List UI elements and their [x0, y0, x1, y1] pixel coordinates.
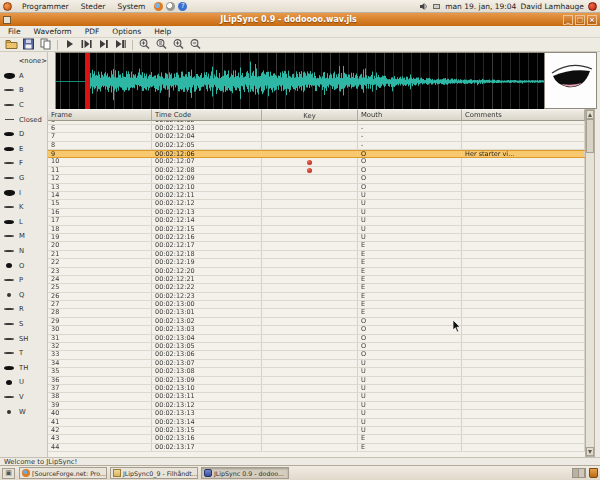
evolution-launcher-icon[interactable]: [166, 2, 175, 11]
mouth-item-k[interactable]: K: [0, 200, 47, 215]
table-row[interactable]: 2500:02:12:22E: [48, 284, 585, 292]
mouth-item-s[interactable]: S: [0, 317, 47, 332]
table-row[interactable]: 2200:02:12:19E: [48, 259, 585, 267]
mouth-item-v[interactable]: V: [0, 390, 47, 405]
mouth-item-g[interactable]: G: [0, 171, 47, 186]
close-button[interactable]: ×: [587, 15, 597, 25]
table-row[interactable]: 4100:02:13:14U: [48, 419, 585, 427]
table-row[interactable]: 3900:02:13:12U: [48, 402, 585, 410]
table-row[interactable]: 2300:02:12:20E: [48, 268, 585, 276]
table-row[interactable]: 3200:02:13:05O: [48, 343, 585, 351]
table-row[interactable]: 1600:02:12:13U: [48, 209, 585, 217]
mouth-item-th[interactable]: TH: [0, 360, 47, 375]
table-row[interactable]: 700:02:12:04-: [48, 133, 585, 141]
waveform-panel[interactable]: [55, 52, 545, 111]
copy-button[interactable]: [37, 38, 54, 51]
play-range-button[interactable]: [78, 38, 95, 51]
table-row[interactable]: 1900:02:12:16U: [48, 234, 585, 242]
table-row[interactable]: 2700:02:13:00E: [48, 301, 585, 309]
table-row[interactable]: 2800:02:13:01E: [48, 309, 585, 317]
column-header-key[interactable]: Key: [262, 109, 358, 121]
minimize-button[interactable]: _: [563, 15, 573, 25]
mouth-item-i[interactable]: I: [0, 185, 47, 200]
table-row[interactable]: 2900:02:13:02O: [48, 318, 585, 326]
table-row[interactable]: 3800:02:13:11U: [48, 393, 585, 401]
table-row[interactable]: 2000:02:12:17E: [48, 242, 585, 250]
mouth-item-a[interactable]: A: [0, 69, 47, 84]
maximize-button[interactable]: □: [575, 15, 585, 25]
table-row[interactable]: 3600:02:13:09U: [48, 377, 585, 385]
table-row[interactable]: 4400:02:13:17E: [48, 444, 585, 452]
column-header-mouth[interactable]: Mouth: [358, 109, 462, 121]
table-row[interactable]: 2100:02:12:18E: [48, 251, 585, 259]
save-button[interactable]: [20, 38, 37, 51]
table-row[interactable]: 1500:02:12:12U: [48, 200, 585, 208]
scroll-up-arrow-icon[interactable]: [586, 110, 594, 119]
waveform-canvas[interactable]: [56, 53, 544, 110]
mouth-item-closed[interactable]: Closed: [0, 112, 47, 127]
taskbar-task[interactable]: JLipSync 0.9 - dodoo...: [201, 467, 289, 479]
zoom-out-button[interactable]: [187, 38, 204, 51]
go-to-end-button[interactable]: [112, 38, 129, 51]
logout-icon[interactable]: [588, 2, 597, 11]
volume-icon[interactable]: [419, 2, 428, 11]
zoom-in-alt-button[interactable]: [170, 38, 187, 51]
table-row[interactable]: 3000:02:13:03O: [48, 326, 585, 334]
table-row[interactable]: 3500:02:13:08U: [48, 368, 585, 376]
table-row[interactable]: 4000:02:13:13U: [48, 410, 585, 418]
mouth-item-d[interactable]: D: [0, 127, 47, 142]
mouth-item-none[interactable]: <none>: [0, 54, 47, 69]
mouth-item-sh[interactable]: SH: [0, 331, 47, 346]
table-row[interactable]: 900:02:12:06OHer starter vi...: [48, 150, 585, 158]
table-row[interactable]: 4300:02:13:16E: [48, 435, 585, 443]
table-row[interactable]: 1800:02:12:15U: [48, 226, 585, 234]
play-button[interactable]: [61, 38, 78, 51]
panel-clock[interactable]: man 19. jan, 19:04: [445, 2, 516, 11]
help-launcher-icon[interactable]: ?: [178, 2, 187, 11]
workspace-switcher[interactable]: [572, 468, 586, 478]
mouth-item-w[interactable]: W: [0, 404, 47, 419]
panel-menu-system[interactable]: System: [111, 2, 151, 11]
mouth-item-m[interactable]: M: [0, 229, 47, 244]
zoom-selection-button[interactable]: [153, 38, 170, 51]
taskbar-task[interactable]: [SourceForge.net: Pro...: [19, 467, 107, 479]
firefox-launcher-icon[interactable]: [154, 2, 163, 11]
column-header-comments[interactable]: Comments: [462, 109, 585, 121]
mouth-item-e[interactable]: E: [0, 142, 47, 157]
mouth-item-u[interactable]: U: [0, 375, 47, 390]
table-row[interactable]: 2400:02:12:21E: [48, 276, 585, 284]
mouth-item-r[interactable]: R: [0, 302, 47, 317]
table-row[interactable]: 3300:02:13:06O: [48, 351, 585, 359]
mouth-item-o[interactable]: O: [0, 258, 47, 273]
table-row[interactable]: 600:02:12:03-: [48, 125, 585, 133]
mouth-item-f[interactable]: F: [0, 156, 47, 171]
table-row[interactable]: 3100:02:13:04O: [48, 335, 585, 343]
table-row[interactable]: 1300:02:12:10O: [48, 184, 585, 192]
table-row[interactable]: 800:02:12:05-: [48, 142, 585, 150]
mouth-item-l[interactable]: L: [0, 215, 47, 230]
table-row[interactable]: 1200:02:12:09O: [48, 175, 585, 183]
table-row[interactable]: 1000:02:12:07O: [48, 158, 585, 166]
mouth-item-b[interactable]: B: [0, 83, 47, 98]
step-forward-button[interactable]: [95, 38, 112, 51]
open-button[interactable]: [3, 38, 20, 51]
table-row[interactable]: 3700:02:13:10U: [48, 385, 585, 393]
panel-username[interactable]: David Lamhauge: [520, 2, 584, 11]
column-header-frame[interactable]: Frame: [48, 109, 152, 121]
mouth-item-n[interactable]: N: [0, 244, 47, 259]
mouth-item-c[interactable]: C: [0, 98, 47, 113]
table-row[interactable]: 2600:02:12:23E: [48, 293, 585, 301]
table-row[interactable]: 1100:02:12:08O: [48, 167, 585, 175]
show-desktop-button[interactable]: ▣: [2, 468, 15, 479]
mouth-item-p[interactable]: P: [0, 273, 47, 288]
mouth-item-q[interactable]: Q: [0, 288, 47, 303]
window-titlebar[interactable]: JLipSync 0.9 - dodoooo.wav.jls _□×: [0, 13, 600, 26]
trash-icon[interactable]: [589, 468, 598, 478]
zoom-in-button[interactable]: [136, 38, 153, 51]
vertical-scrollbar[interactable]: [585, 109, 595, 457]
panel-menu-programmer[interactable]: Programmer: [16, 2, 75, 11]
table-row[interactable]: 1400:02:12:11U: [48, 192, 585, 200]
column-header-timecode[interactable]: Time Code: [152, 109, 262, 121]
panel-menu-steder[interactable]: Steder: [75, 2, 112, 11]
scroll-down-arrow-icon[interactable]: [586, 447, 594, 456]
